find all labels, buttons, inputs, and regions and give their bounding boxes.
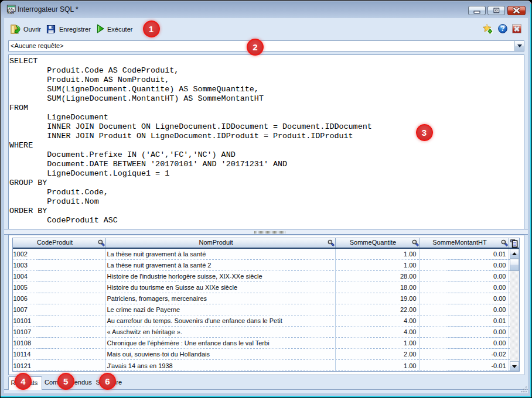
svg-text:SQL: SQL bbox=[8, 10, 15, 13]
svg-text:?: ? bbox=[500, 25, 504, 33]
